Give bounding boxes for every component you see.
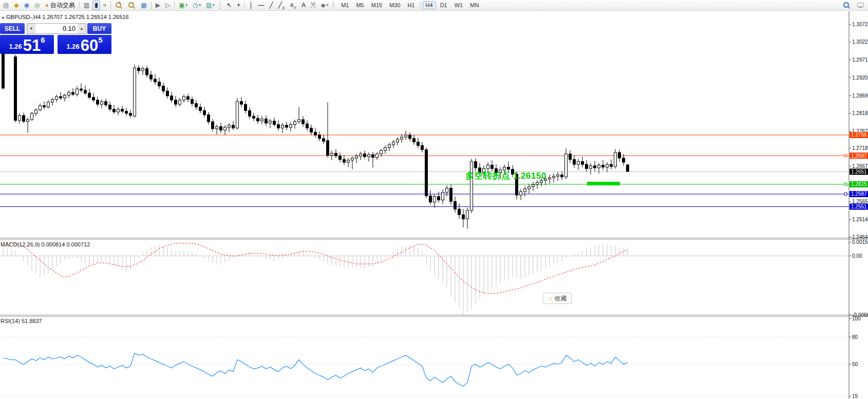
buy-price-box[interactable]: 1.26605 (58, 35, 111, 54)
svg-text:1.2615: 1.2615 (851, 181, 867, 187)
star-icon: ☆ (548, 295, 554, 302)
buy-button[interactable]: BUY (87, 23, 111, 34)
favorite-label[interactable]: ☆ 收藏 (543, 293, 572, 304)
volume-decrease-button[interactable]: ▼ (27, 24, 35, 33)
svg-text:1.2667: 1.2667 (852, 163, 868, 169)
macd-label: MACD(12,26,9) 0.000814 0.000712 (1, 241, 90, 248)
svg-text:0.00154: 0.00154 (852, 239, 868, 245)
svg-text:1.2756: 1.2756 (851, 132, 867, 138)
svg-text:1.2869: 1.2869 (852, 93, 868, 99)
sell-price-big: 51 (23, 39, 41, 52)
svg-text:1.2920: 1.2920 (852, 75, 868, 81)
svg-text:1.3072: 1.3072 (852, 22, 868, 27)
rsi-label: RSI(14) 51.8837 (1, 318, 42, 324)
svg-text:0.00: 0.00 (852, 253, 862, 259)
volume-increase-button[interactable]: ▲ (78, 24, 86, 33)
volume-input[interactable] (35, 24, 78, 33)
chart-canvas: 1.30721.30221.29711.29201.28691.28181.27… (0, 0, 868, 399)
svg-text:1.2514: 1.2514 (852, 217, 868, 222)
svg-text:15: 15 (852, 393, 858, 399)
buy-price-pip: 5 (98, 35, 102, 44)
svg-text:80: 80 (852, 334, 858, 340)
svg-text:100: 100 (852, 316, 861, 321)
sell-price-pip: 6 (41, 35, 45, 44)
svg-text:1.3022: 1.3022 (852, 39, 868, 45)
svg-text:1.2551: 1.2551 (851, 204, 867, 210)
sell-price-prefix: 1.26 (9, 43, 22, 50)
svg-text:1.2818: 1.2818 (852, 110, 868, 116)
buy-price-big: 60 (81, 39, 98, 52)
sell-price-box[interactable]: 1.26516 (0, 35, 54, 54)
svg-text:1.2971: 1.2971 (852, 57, 868, 63)
svg-text:1.2651: 1.2651 (851, 169, 867, 175)
svg-text:1.2587: 1.2587 (851, 191, 867, 197)
sell-button[interactable]: SELL (0, 23, 25, 34)
mt4-window: ▤◆◉◎◕自动交易▥▮≈+−▦▶▷▣▾◷▾▨▾↖+│—╱╱E≡FAT◈▾M1M5… (0, 0, 868, 399)
svg-text:50: 50 (852, 362, 858, 367)
favorite-text: 收藏 (554, 294, 567, 303)
buy-price-prefix: 1.26 (66, 43, 79, 50)
volume-stepper: ▼ ▲ (27, 23, 86, 34)
svg-text:1.2718: 1.2718 (852, 145, 868, 151)
annotation-text[interactable]: 多空转折点 1.26150 (465, 170, 546, 182)
one-click-trading-panel: SELL ▼ ▲ BUY 1.26516 1.26605 (0, 23, 111, 54)
svg-text:1.2697: 1.2697 (851, 153, 867, 159)
